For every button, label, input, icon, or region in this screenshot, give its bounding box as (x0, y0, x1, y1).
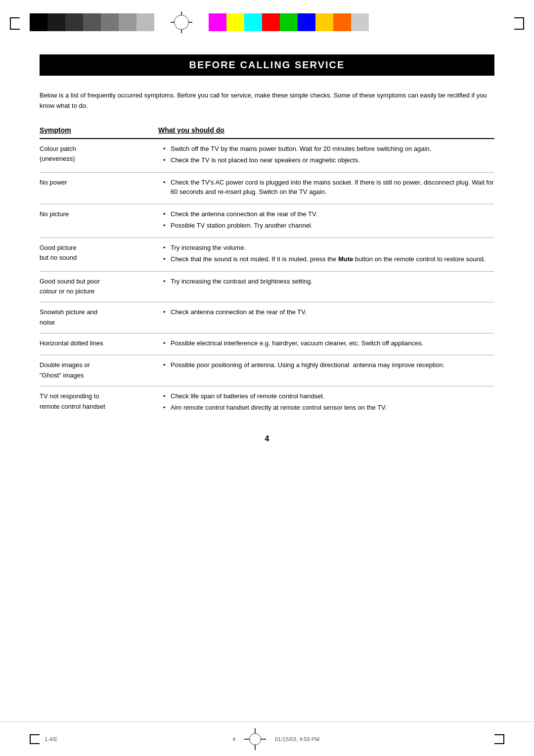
symptom-column-header: Symptom (40, 126, 158, 139)
symptom-cell: Good picturebut no sound (40, 237, 158, 271)
bottom-crosshair (245, 729, 265, 749)
page: BEFORE CALLING SERVICE Below is a list o… (0, 0, 534, 756)
list-item: Try increasing the contrast and brightne… (163, 277, 494, 286)
main-content: BEFORE CALLING SERVICE Below is a list o… (0, 45, 534, 488)
symptom-cell: Horizontal dotted lines (40, 333, 158, 355)
table-row: Good picturebut no sound Try increasing … (40, 237, 494, 271)
action-cell: Switch off the TV by the mains power but… (158, 139, 494, 173)
action-cell: Check the antenna connection at the rear… (158, 204, 494, 237)
symptom-cell: TV not responding toremote control hands… (40, 386, 158, 420)
action-cell: Try increasing the contrast and brightne… (158, 271, 494, 302)
symptom-cell: Good sound but poorcolour or no picture (40, 271, 158, 302)
list-item: Switch off the TV by the mains power but… (163, 144, 494, 154)
bottom-reg-left (30, 734, 40, 744)
table-row: No power Check the TV's AC power cord is… (40, 172, 494, 204)
color-strip-right (209, 13, 369, 31)
action-cell: Try increasing the volume. Check that th… (158, 237, 494, 271)
list-item: Check the antenna connection at the rear… (163, 209, 494, 219)
footer-left: 1-4/E (44, 736, 57, 742)
list-item: Check the TV's AC power cord is plugged … (163, 178, 494, 197)
symptom-table: Symptom What you should do Colour patch(… (40, 126, 494, 420)
intro-text: Below is a list of frequently occurred s… (40, 91, 494, 111)
action-cell: Possible poor positioning of antenna. Us… (158, 355, 494, 386)
bottom-bar: 1-4/E 4 01/15/03, 4:59 PM (0, 721, 534, 756)
symptom-cell: No power (40, 172, 158, 204)
action-cell: Check antenna connection at the rear of … (158, 302, 494, 333)
list-item: Possible poor positioning of antenna. Us… (163, 360, 494, 370)
table-row: Good sound but poorcolour or no picture … (40, 271, 494, 302)
list-item: Try increasing the volume. (163, 243, 494, 253)
list-item: Possible electrical interference e.g. ha… (163, 338, 494, 348)
table-row: Colour patch(uneveness) Switch off the T… (40, 139, 494, 173)
symptom-cell: Snowish picture andnoise (40, 302, 158, 333)
reg-mark-left (10, 17, 20, 30)
list-item: Check life span of batteries of remote c… (163, 391, 494, 401)
symptom-cell: No picture (40, 204, 158, 237)
page-title: BEFORE CALLING SERVICE (40, 54, 494, 76)
list-item: Aim remote control handset directly at r… (163, 403, 494, 413)
table-row: Horizontal dotted lines Possible electri… (40, 333, 494, 355)
bottom-reg-right (494, 734, 504, 744)
list-item: Check antenna connection at the rear of … (163, 307, 494, 317)
table-row: Snowish picture andnoise Check antenna c… (40, 302, 494, 333)
mute-bold: Mute (338, 255, 353, 263)
action-cell: Possible electrical interference e.g. ha… (158, 333, 494, 355)
symptom-cell: Colour patch(uneveness) (40, 139, 158, 173)
action-cell: Check life span of batteries of remote c… (158, 386, 494, 420)
page-number: 4 (40, 434, 494, 443)
what-to-do-column-header: What you should do (158, 126, 494, 139)
footer-right: 01/15/03, 4:59 PM (275, 736, 319, 742)
table-row: Double images or"Ghost" images Possible … (40, 355, 494, 386)
top-crosshair (169, 10, 194, 35)
list-item: Check that the sound is not muted. If it… (163, 254, 494, 264)
footer-center: 4 (232, 736, 235, 742)
action-cell: Check the TV's AC power cord is plugged … (158, 172, 494, 204)
color-strip-left (30, 13, 154, 31)
list-item: Check the TV is not placed too near spea… (163, 155, 494, 165)
table-row: TV not responding toremote control hands… (40, 386, 494, 420)
table-row: No picture Check the antenna connection … (40, 204, 494, 237)
reg-mark-right (514, 17, 524, 30)
top-bar (0, 0, 534, 45)
symptom-cell: Double images or"Ghost" images (40, 355, 158, 386)
list-item: Possible TV station problem. Try another… (163, 221, 494, 231)
